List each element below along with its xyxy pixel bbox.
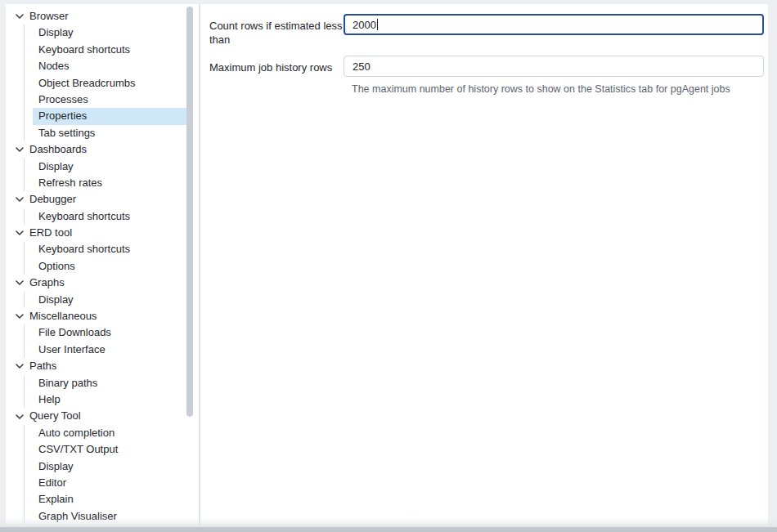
max-job-history-value: 250 — [353, 60, 371, 73]
tree-group-label: Dashboards — [29, 141, 87, 158]
count-rows-value: 2000 — [353, 19, 376, 31]
max-job-history-input[interactable]: 250 — [344, 56, 764, 77]
tree-item-label: Help — [38, 391, 61, 408]
tree-item-refresh-rates[interactable]: Refresh rates — [6, 175, 189, 191]
tree-item-debugger-keyboard-shortcuts[interactable]: Keyboard shortcuts — [6, 208, 189, 225]
tree-item-label: Keyboard shortcuts — [38, 208, 130, 225]
tree-item-help[interactable]: Help — [6, 391, 189, 408]
tree-item-label: Nodes — [38, 58, 70, 74]
window-bottom-edge — [0, 527, 777, 532]
tree-item-nodes[interactable]: Nodes — [6, 58, 189, 74]
max-job-history-label: Maximum job history rows — [209, 56, 344, 74]
tree-item-label: Editor — [38, 475, 66, 491]
tree-item-label: Display — [38, 159, 74, 175]
tree-item-label: Display — [38, 458, 74, 475]
tree-group-label: Query Tool — [29, 408, 81, 424]
tree-item-label: Keyboard shortcuts — [38, 42, 130, 58]
chevron-down-icon[interactable] — [15, 311, 25, 321]
count-rows-control: 2000 — [344, 14, 764, 35]
tree-item-label: Tab settings — [38, 125, 95, 141]
tree-item-properties[interactable]: Properties — [6, 108, 189, 124]
tree-group-dashboards[interactable]: Dashboards — [6, 141, 189, 158]
window-bottom-fade — [0, 518, 777, 527]
tree-item-file-downloads[interactable]: File Downloads — [6, 324, 189, 341]
tree-group-label: Browser — [29, 8, 69, 25]
max-job-history-control: 250 The maximum number of history rows t… — [344, 56, 764, 96]
preferences-form-pane: Count rows if estimated less than 2000 M… — [200, 4, 768, 527]
tree-group-miscellaneous[interactable]: Miscellaneous — [6, 308, 189, 324]
tree-item-label: Keyboard shortcuts — [38, 241, 130, 257]
window-frame-right — [768, 0, 777, 527]
tree-item-label: Object Breadcrumbs — [38, 75, 136, 92]
tree-item-label: Processes — [38, 92, 88, 108]
tree-group-paths[interactable]: Paths — [6, 358, 189, 374]
window-frame-top — [0, 0, 777, 4]
tree-item-label: Options — [38, 258, 75, 275]
tree-item-erd-keyboard-shortcuts[interactable]: Keyboard shortcuts — [6, 241, 189, 257]
tree-item-query-tool-display[interactable]: Display — [6, 458, 189, 475]
chevron-down-icon[interactable] — [15, 228, 25, 238]
tree-item-user-interface[interactable]: User Interface — [6, 342, 189, 358]
tree-group-label: Debugger — [29, 191, 76, 208]
field-max-job-history: Maximum job history rows 250 The maximum… — [209, 56, 764, 96]
tree-group-label: ERD tool — [29, 225, 72, 241]
tree-item-label: Display — [38, 25, 74, 41]
tree-item-browser-display[interactable]: Display — [6, 25, 189, 41]
max-job-history-helper-text: The maximum number of history rows to sh… — [352, 83, 764, 96]
tree-group-browser[interactable]: Browser — [6, 8, 189, 25]
tree-group-graphs[interactable]: Graphs — [6, 275, 189, 291]
tree-item-label: Explain — [38, 491, 74, 507]
chevron-down-icon[interactable] — [15, 145, 25, 154]
tree-item-graphs-display[interactable]: Display — [6, 292, 189, 308]
tree-item-label: User Interface — [38, 342, 106, 358]
tree-item-object-breadcrumbs[interactable]: Object Breadcrumbs — [6, 75, 189, 92]
preferences-tree: Browser Display Keyboard shortcuts Nodes… — [6, 4, 200, 525]
text-cursor — [377, 19, 378, 30]
tree-item-dashboards-display[interactable]: Display — [6, 159, 189, 175]
tree-item-label: CSV/TXT Output — [38, 441, 118, 458]
window-frame-left — [0, 0, 6, 527]
chevron-down-icon[interactable] — [15, 11, 25, 21]
tree-item-label: File Downloads — [38, 324, 111, 341]
tree-item-editor[interactable]: Editor — [6, 475, 189, 491]
tree-item-auto-completion[interactable]: Auto completion — [6, 425, 189, 441]
tree-item-browser-keyboard-shortcuts[interactable]: Keyboard shortcuts — [6, 42, 189, 58]
preferences-tree-pane: Browser Display Keyboard shortcuts Nodes… — [6, 4, 200, 527]
tree-item-label: Refresh rates — [38, 175, 102, 191]
tree-group-query-tool[interactable]: Query Tool — [6, 408, 189, 424]
tree-item-csv-txt-output[interactable]: CSV/TXT Output — [6, 441, 189, 458]
chevron-down-icon[interactable] — [15, 412, 25, 422]
chevron-down-icon[interactable] — [15, 278, 25, 288]
count-rows-input[interactable]: 2000 — [344, 14, 764, 35]
tree-group-label: Miscellaneous — [29, 308, 97, 324]
count-rows-label: Count rows if estimated less than — [209, 14, 344, 47]
tree-item-label: Auto completion — [38, 425, 115, 441]
tree-item-erd-options[interactable]: Options — [6, 258, 189, 275]
tree-group-label: Paths — [29, 358, 56, 374]
tree-group-debugger[interactable]: Debugger — [6, 191, 189, 208]
tree-item-binary-paths[interactable]: Binary paths — [6, 375, 189, 391]
field-count-rows: Count rows if estimated less than 2000 — [209, 14, 764, 47]
tree-item-label: Properties — [38, 108, 87, 124]
tree-item-explain[interactable]: Explain — [6, 491, 189, 507]
pane-divider — [199, 4, 200, 527]
tree-item-label: Binary paths — [38, 375, 97, 391]
tree-item-label: Display — [38, 292, 74, 308]
tree-group-erd-tool[interactable]: ERD tool — [6, 225, 189, 241]
tree-item-tab-settings[interactable]: Tab settings — [6, 125, 189, 141]
tree-group-label: Graphs — [29, 275, 65, 291]
chevron-down-icon[interactable] — [15, 194, 25, 204]
tree-scrollbar-thumb[interactable] — [186, 7, 193, 417]
chevron-down-icon[interactable] — [15, 361, 25, 371]
tree-item-processes[interactable]: Processes — [6, 92, 189, 108]
